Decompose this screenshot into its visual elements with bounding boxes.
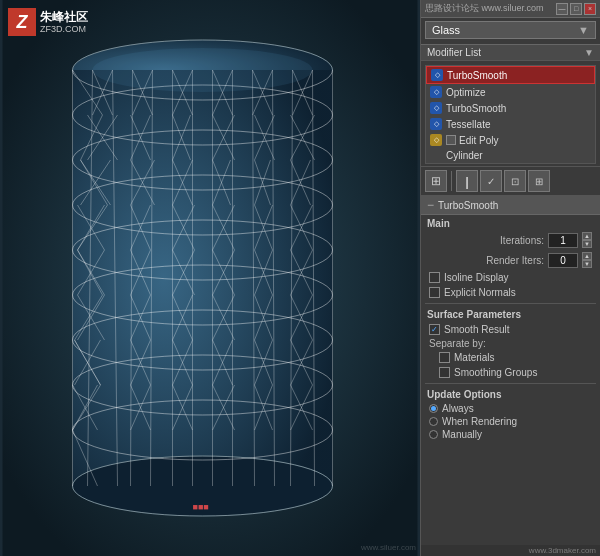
- isoline-row: Isoline Display: [421, 270, 600, 285]
- modifier-icon-turbosmooth2: ◇: [430, 102, 442, 114]
- render-iters-spinner: ▲ ▼: [582, 252, 592, 268]
- toolbar-separator: [451, 171, 452, 191]
- toolbar-btn-4[interactable]: ⊡: [504, 170, 526, 192]
- modifier-label-turbosmooth2: TurboSmooth: [446, 103, 506, 114]
- modifier-icon-turbosmooth1: ◇: [431, 69, 443, 81]
- modifier-list-arrow-icon: ▼: [584, 47, 594, 58]
- isoline-label: Isoline Display: [444, 272, 508, 283]
- modifier-icon-optimize: ◇: [430, 86, 442, 98]
- modifier-item-tessellate[interactable]: ◇ Tessellate: [426, 116, 595, 132]
- render-iters-input[interactable]: [548, 253, 578, 268]
- toolbar-btn-3[interactable]: ✓: [480, 170, 502, 192]
- properties-header[interactable]: − TurboSmooth: [421, 196, 600, 215]
- logo-z-icon: Z: [8, 8, 36, 36]
- dropdown-arrow-icon: ▼: [578, 24, 589, 36]
- modifier-label-turbosmooth1: TurboSmooth: [447, 70, 507, 81]
- update-options-label: Update Options: [421, 387, 600, 402]
- modifier-icon-tessellate: ◇: [430, 118, 442, 130]
- minimize-button[interactable]: —: [556, 3, 568, 15]
- render-iters-label: Render Iters:: [429, 255, 544, 266]
- properties-title: TurboSmooth: [438, 200, 498, 211]
- modifier-label-cylinder: Cylinder: [430, 150, 483, 161]
- modifier-item-optimize[interactable]: ◇ Optimize: [426, 84, 595, 100]
- modifier-item-cylinder[interactable]: Cylinder: [426, 148, 595, 163]
- svg-text:■■■: ■■■: [193, 502, 209, 512]
- modifier-item-turbosmooth1[interactable]: ◇ TurboSmooth: [426, 66, 595, 84]
- isoline-checkbox[interactable]: [429, 272, 440, 283]
- smooth-result-label: Smooth Result: [444, 324, 510, 335]
- render-iters-down[interactable]: ▼: [582, 260, 592, 268]
- iterations-input[interactable]: [548, 233, 578, 248]
- modifier-list-label: Modifier List: [427, 47, 481, 58]
- modifier-label-optimize: Optimize: [446, 87, 485, 98]
- when-rendering-radio[interactable]: [429, 417, 438, 426]
- logo-url: ZF3D.COM: [40, 24, 88, 34]
- modifier-icon-editpoly: ◇: [430, 134, 442, 146]
- modifier-item-editpoly[interactable]: ◇ Edit Poly: [426, 132, 595, 148]
- modifier-item-turbosmooth2[interactable]: ◇ TurboSmooth: [426, 100, 595, 116]
- maximize-button[interactable]: □: [570, 3, 582, 15]
- modifier-label-editpoly: Edit Poly: [459, 135, 498, 146]
- toolbar-row: ⊞ | ✓ ⊡ ⊞: [421, 166, 600, 196]
- modifier-list-header[interactable]: Modifier List ▼: [421, 44, 600, 61]
- iterations-down[interactable]: ▼: [582, 240, 592, 248]
- iterations-spinner: ▲ ▼: [582, 232, 592, 248]
- when-rendering-label: When Rendering: [442, 416, 517, 427]
- always-label: Always: [442, 403, 474, 414]
- always-row: Always: [421, 402, 600, 415]
- toolbar-btn-1[interactable]: ⊞: [425, 170, 447, 192]
- iterations-label: Iterations:: [429, 235, 544, 246]
- always-radio[interactable]: [429, 404, 438, 413]
- iterations-up[interactable]: ▲: [582, 232, 592, 240]
- when-rendering-row: When Rendering: [421, 415, 600, 428]
- viewport-watermark: www.siluer.com: [361, 543, 416, 552]
- smoothing-groups-row: Smoothing Groups: [421, 365, 600, 380]
- panel-topbar-title: 思路设计论坛 www.siluer.com: [425, 2, 554, 15]
- materials-label: Materials: [454, 352, 495, 363]
- viewport-mesh: ■■■: [0, 0, 420, 556]
- modifier-stack: ◇ TurboSmooth ◇ Optimize ◇ TurboSmooth ◇…: [425, 65, 596, 164]
- main-section-label: Main: [421, 215, 600, 230]
- logo-community: 朱峰社区: [40, 10, 88, 24]
- explicit-normals-checkbox[interactable]: [429, 287, 440, 298]
- editpoly-checkbox[interactable]: [446, 135, 456, 145]
- render-iters-row: Render Iters: ▲ ▼: [421, 250, 600, 270]
- modifier-label-tessellate: Tessellate: [446, 119, 490, 130]
- object-dropdown[interactable]: Glass ▼: [425, 21, 596, 39]
- toolbar-btn-2[interactable]: |: [456, 170, 478, 192]
- explicit-normals-row: Explicit Normals: [421, 285, 600, 300]
- smooth-result-row: ✓ Smooth Result: [421, 322, 600, 337]
- materials-checkbox[interactable]: [439, 352, 450, 363]
- smoothing-groups-checkbox[interactable]: [439, 367, 450, 378]
- svg-point-133: [93, 48, 313, 92]
- smoothing-groups-label: Smoothing Groups: [454, 367, 537, 378]
- collapse-icon[interactable]: −: [427, 198, 434, 212]
- right-panel: 思路设计论坛 www.siluer.com — □ × Glass ▼ Modi…: [420, 0, 600, 556]
- explicit-normals-label: Explicit Normals: [444, 287, 516, 298]
- materials-row: Materials: [421, 350, 600, 365]
- divider-1: [425, 303, 596, 304]
- viewport[interactable]: Z 朱峰社区 ZF3D.COM: [0, 0, 420, 556]
- main-layout: Z 朱峰社区 ZF3D.COM: [0, 0, 600, 556]
- properties-section: − TurboSmooth Main Iterations: ▲ ▼ Rende…: [421, 196, 600, 545]
- iterations-row: Iterations: ▲ ▼: [421, 230, 600, 250]
- separate-by-label: Separate by:: [421, 337, 600, 350]
- smooth-result-checkbox[interactable]: ✓: [429, 324, 440, 335]
- object-name: Glass: [432, 24, 460, 36]
- manually-label: Manually: [442, 429, 482, 440]
- toolbar-btn-5[interactable]: ⊞: [528, 170, 550, 192]
- logo-area: Z 朱峰社区 ZF3D.COM: [8, 8, 88, 36]
- close-button[interactable]: ×: [584, 3, 596, 15]
- panel-topbar: 思路设计论坛 www.siluer.com — □ ×: [421, 0, 600, 18]
- divider-2: [425, 383, 596, 384]
- manually-row: Manually: [421, 428, 600, 441]
- render-iters-up[interactable]: ▲: [582, 252, 592, 260]
- surface-params-label: Surface Parameters: [421, 307, 600, 322]
- manually-radio[interactable]: [429, 430, 438, 439]
- site-link: www.3dmaker.com: [421, 545, 600, 556]
